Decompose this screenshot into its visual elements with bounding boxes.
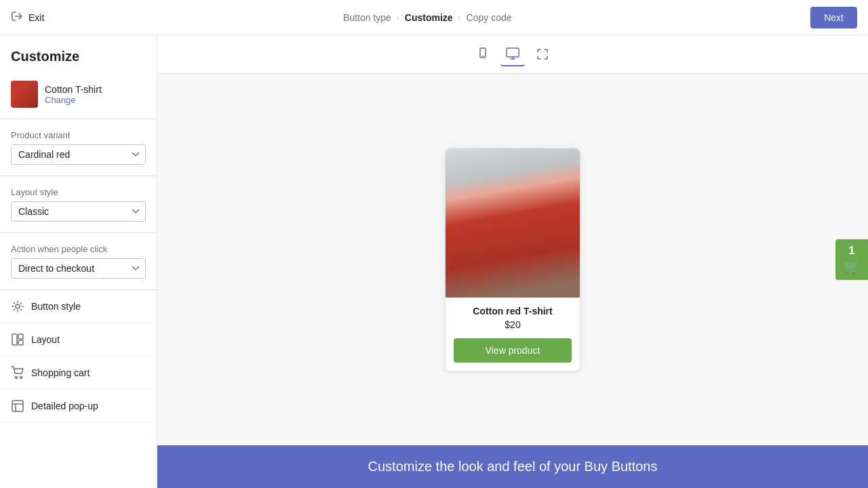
step-copy-code[interactable]: Copy code: [467, 12, 512, 23]
sidebar-title: Customize: [0, 35, 157, 75]
svg-rect-8: [507, 48, 519, 57]
mobile-view-button[interactable]: [471, 42, 495, 66]
button-style-icon: [11, 300, 24, 313]
layout-section: Layout style Classic Modern Minimal: [0, 176, 157, 233]
exit-button[interactable]: Exit: [11, 10, 44, 25]
product-section: Cotton T-shirt Change: [0, 75, 157, 119]
product-card-title: Cotton red T-shirt: [454, 306, 572, 317]
cart-badge[interactable]: 1 🛒: [835, 239, 868, 280]
svg-rect-3: [18, 340, 23, 345]
svg-point-5: [20, 377, 22, 379]
action-select[interactable]: Direct to checkout Add to cart Open prod…: [11, 258, 146, 279]
breadcrumb-chevron-2: ›: [458, 13, 461, 22]
footer-banner: Customize the look and feel of your Buy …: [157, 445, 868, 488]
detailed-popup-icon: [11, 399, 24, 413]
product-thumbnail: [11, 81, 38, 108]
action-label: Action when people click: [11, 244, 146, 254]
svg-rect-2: [18, 334, 23, 339]
variant-select[interactable]: Cardinal red Blue Green Black: [11, 144, 146, 165]
product-card-price: $20: [454, 319, 572, 330]
cart-count: 1: [849, 245, 855, 257]
main-layout: Customize Cotton T-shirt Change Product …: [0, 35, 868, 488]
product-name: Cotton T-shirt: [45, 84, 102, 95]
sidebar-item-detailed-popup[interactable]: Detailed pop-up: [0, 390, 157, 423]
product-image-silhouette: [446, 148, 580, 298]
nav-item-shopping-cart-label: Shopping cart: [31, 367, 90, 378]
cart-icon: 🛒: [844, 260, 859, 274]
nav-items: Button style Layout: [0, 290, 157, 488]
product-thumb-image: [11, 81, 38, 108]
svg-rect-6: [12, 401, 23, 411]
layout-select[interactable]: Classic Modern Minimal: [11, 201, 146, 222]
preview-area: Cotton red T-shirt $20 View product 1 🛒 …: [157, 35, 868, 488]
desktop-view-button[interactable]: [500, 42, 525, 66]
variant-section: Product variant Cardinal red Blue Green …: [0, 119, 157, 176]
fullscreen-view-button[interactable]: [530, 42, 555, 66]
exit-label: Exit: [28, 12, 44, 23]
nav-item-button-style-label: Button style: [31, 301, 81, 312]
breadcrumb-chevron-1: ›: [397, 13, 399, 22]
shopping-cart-icon: [11, 366, 24, 380]
exit-icon: [11, 10, 23, 25]
svg-point-4: [16, 377, 18, 379]
preview-toolbar: [157, 35, 868, 74]
preview-content: Cotton red T-shirt $20 View product 1 🛒: [157, 74, 868, 445]
svg-rect-1: [12, 334, 17, 345]
sidebar: Customize Cotton T-shirt Change Product …: [0, 35, 157, 488]
sidebar-item-shopping-cart[interactable]: Shopping cart: [0, 357, 157, 390]
svg-point-0: [16, 304, 20, 308]
breadcrumb: Button type › Customize › Copy code: [343, 12, 512, 23]
product-card-image: [446, 148, 580, 298]
action-section: Action when people click Direct to check…: [0, 233, 157, 290]
layout-icon: [11, 333, 24, 346]
next-button[interactable]: Next: [810, 7, 857, 28]
footer-text: Customize the look and feel of your Buy …: [368, 459, 658, 474]
product-card-body: Cotton red T-shirt $20 View product: [446, 298, 580, 371]
nav-item-detailed-popup-label: Detailed pop-up: [31, 401, 98, 411]
step-button-type[interactable]: Button type: [343, 12, 391, 23]
layout-label: Layout style: [11, 187, 146, 197]
sidebar-item-layout[interactable]: Layout: [0, 323, 157, 357]
sidebar-item-button-style[interactable]: Button style: [0, 290, 157, 323]
view-product-button[interactable]: View product: [454, 338, 572, 363]
product-info: Cotton T-shirt Change: [45, 84, 102, 105]
nav-item-layout-label: Layout: [31, 334, 60, 345]
change-product-link[interactable]: Change: [45, 95, 102, 105]
step-customize: Customize: [405, 12, 453, 23]
product-card: Cotton red T-shirt $20 View product: [445, 148, 580, 371]
header: Exit Button type › Customize › Copy code…: [0, 0, 868, 35]
variant-label: Product variant: [11, 130, 146, 140]
